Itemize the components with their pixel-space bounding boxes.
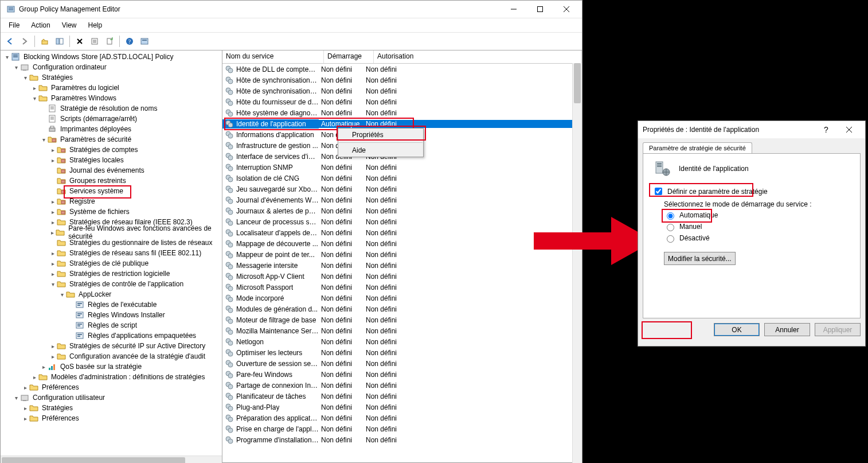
- service-row[interactable]: Mappeur de point de ter...Non définiNon …: [222, 249, 582, 260]
- service-row[interactable]: Lanceur de processus serv...Non définiNo…: [222, 216, 582, 227]
- expander-icon[interactable]: ▸: [21, 415, 29, 422]
- tree-item[interactable]: ▸Préférences: [3, 382, 222, 392]
- service-list[interactable]: Hôte de DLL de compteur...Non définiNon …: [222, 64, 582, 463]
- expander-icon[interactable]: ▾: [58, 291, 66, 298]
- service-row[interactable]: Ouverture de session seco...Non définiNo…: [222, 358, 582, 369]
- tree-item[interactable]: Imprimantes déployées: [3, 124, 222, 134]
- service-row[interactable]: Pare-feu WindowsNon définiNon défini: [222, 369, 582, 380]
- expander-icon[interactable]: ▸: [49, 343, 57, 349]
- service-row[interactable]: Mappage de découverte ...Non définiNon d…: [222, 238, 582, 249]
- service-row[interactable]: Microsoft PassportNon définiNon défini: [222, 282, 582, 293]
- service-row[interactable]: Hôte de synchronisation_...Non définiNon…: [222, 75, 582, 85]
- service-row[interactable]: Hôte de DLL de compteur...Non définiNon …: [222, 64, 582, 75]
- service-row[interactable]: Mode incorporéNon définiNon défini: [222, 293, 582, 304]
- expander-icon[interactable]: ▾: [49, 281, 57, 287]
- tree-item[interactable]: Groupes restreints: [3, 176, 222, 186]
- expander-icon[interactable]: ▸: [30, 85, 38, 91]
- tree-item[interactable]: ▾Stratégies: [3, 72, 222, 83]
- tab-policy-setting[interactable]: Paramètre de stratégie de sécurité: [643, 142, 752, 153]
- expander-icon[interactable]: ▸: [49, 147, 57, 153]
- tree-item[interactable]: ▸Stratégies de réseau sans fil (IEEE 802…: [3, 248, 222, 258]
- export-button[interactable]: [103, 34, 116, 48]
- tree-item[interactable]: ▸Stratégies locales: [3, 155, 222, 165]
- service-row[interactable]: Modules de génération d...Non définiNon …: [222, 304, 582, 314]
- tree-item[interactable]: ▸Stratégies de comptes: [3, 145, 222, 155]
- ctx-help[interactable]: Aide: [338, 144, 423, 157]
- expander-icon[interactable]: ▾: [40, 137, 48, 143]
- radio-automatic[interactable]: [667, 212, 674, 220]
- tree-item[interactable]: ▸Stratégies: [3, 403, 222, 413]
- service-row[interactable]: Planificateur de tâchesNon définiNon déf…: [222, 391, 582, 402]
- expander-icon[interactable]: ▸: [49, 271, 57, 277]
- tree-item[interactable]: ▸Stratégies de restriction logicielle: [3, 269, 222, 279]
- service-row[interactable]: Journal d'événements Wi...Non définiNon …: [222, 194, 582, 205]
- ctx-properties[interactable]: Propriétés: [338, 129, 423, 141]
- service-row[interactable]: Messagerie intersiteNon définiNon défini: [222, 260, 582, 271]
- expander-icon[interactable]: ▸: [49, 353, 57, 360]
- expander-icon[interactable]: ▸: [49, 250, 57, 256]
- apply-button[interactable]: Appliquer: [815, 323, 861, 336]
- tree-item[interactable]: Services système: [3, 186, 222, 196]
- expander-icon[interactable]: ▸: [49, 229, 56, 236]
- tree-item[interactable]: Règles d'applications empaquetées: [3, 330, 222, 341]
- tree-item[interactable]: ▸Système de fichiers: [3, 207, 222, 217]
- col-service-name[interactable]: Nom du service: [222, 50, 324, 63]
- expander-icon[interactable]: ▾: [12, 64, 20, 71]
- dialog-close-button[interactable]: [838, 121, 861, 138]
- tree-item[interactable]: Stratégies du gestionnaire de listes de …: [3, 238, 222, 248]
- tree-item[interactable]: ▾AppLocker: [3, 289, 222, 299]
- forward-button[interactable]: [18, 34, 32, 48]
- minimize-button[interactable]: [501, 1, 527, 18]
- tree-item[interactable]: ▸QoS basée sur la stratégie: [3, 361, 222, 372]
- tree-item[interactable]: ▸Configuration avancée de la stratégie d…: [3, 351, 222, 361]
- service-row[interactable]: Hôte système de diagnost...Non définiNon…: [222, 107, 582, 118]
- service-row[interactable]: Partage de connexion Inte...Non définiNo…: [222, 380, 582, 391]
- tree-item[interactable]: Règles de script: [3, 320, 222, 330]
- tree-item[interactable]: ▸Paramètres du logiciel: [3, 83, 222, 93]
- expander-icon[interactable]: ▸: [21, 384, 29, 391]
- modify-security-button[interactable]: Modifier la sécurité...: [664, 252, 736, 265]
- expander-icon[interactable]: ▾: [21, 75, 29, 81]
- tree-horiz-scrollbar[interactable]: [1, 456, 222, 463]
- service-row[interactable]: Moteur de filtrage de baseNon définiNon …: [222, 314, 582, 325]
- service-row[interactable]: Journaux & alertes de perf...Non définiN…: [222, 205, 582, 216]
- expander-icon[interactable]: ▸: [49, 260, 57, 267]
- expander-icon[interactable]: ▾: [12, 395, 20, 401]
- radio-disabled[interactable]: [667, 235, 674, 243]
- tree-item[interactable]: ▾Paramètres Windows: [3, 93, 222, 103]
- col-startup[interactable]: Démarrage: [324, 50, 374, 63]
- tree-item[interactable]: ▸Registre: [3, 196, 222, 207]
- cancel-button[interactable]: Annuler: [764, 323, 810, 336]
- tree-item[interactable]: ▸Modèles d'administration : définitions …: [3, 372, 222, 382]
- tree-item[interactable]: ▸Stratégies de clé publique: [3, 258, 222, 269]
- expander-icon[interactable]: ▸: [40, 364, 48, 370]
- tree-item[interactable]: ▾Blocking Windows Store [AD.STD.LOCAL] P…: [3, 52, 222, 62]
- service-row[interactable]: Prise en charge de l'applic...Non défini…: [222, 423, 582, 434]
- expander-icon[interactable]: ▸: [49, 219, 57, 225]
- service-row[interactable]: Jeu sauvegardé sur Xbox L...Non définiNo…: [222, 184, 582, 194]
- service-row[interactable]: Interruption SNMPNon définiNon défini: [222, 162, 582, 173]
- show-hide-tree-button[interactable]: [53, 34, 67, 48]
- define-policy-checkbox[interactable]: [655, 188, 662, 195]
- service-row[interactable]: Programme d'installation ...Non définiNo…: [222, 434, 582, 445]
- column-headers[interactable]: Nom du service Démarrage Autorisation: [222, 50, 582, 64]
- expander-icon[interactable]: ▸: [49, 157, 57, 164]
- help-button[interactable]: ?: [123, 34, 136, 48]
- service-row[interactable]: Optimiser les lecteursNon définiNon défi…: [222, 347, 582, 358]
- dialog-titlebar[interactable]: Propriétés de : Identité de l'applicatio…: [638, 121, 865, 138]
- maximize-button[interactable]: [527, 1, 553, 18]
- tree-item[interactable]: Scripts (démarrage/arrêt): [3, 114, 222, 124]
- menu-file[interactable]: File: [3, 20, 25, 30]
- service-row[interactable]: Mozilla Maintenance Serv...Non définiNon…: [222, 325, 582, 336]
- tree-item[interactable]: Règles de l'exécutable: [3, 299, 222, 310]
- service-row[interactable]: Isolation de clé CNGNon définiNon défini: [222, 173, 582, 184]
- expander-icon[interactable]: ▾: [3, 54, 11, 60]
- service-row[interactable]: Plug-and-PlayNon définiNon défini: [222, 402, 582, 413]
- expander-icon[interactable]: ▾: [30, 95, 38, 102]
- menu-action[interactable]: Action: [25, 20, 56, 30]
- expander-icon[interactable]: ▸: [21, 405, 29, 411]
- back-button[interactable]: [3, 34, 17, 48]
- tree-item[interactable]: ▾Configuration utilisateur: [3, 392, 222, 403]
- close-button[interactable]: [553, 1, 580, 18]
- tree-item[interactable]: ▾Stratégies de contrôle de l'application: [3, 279, 222, 289]
